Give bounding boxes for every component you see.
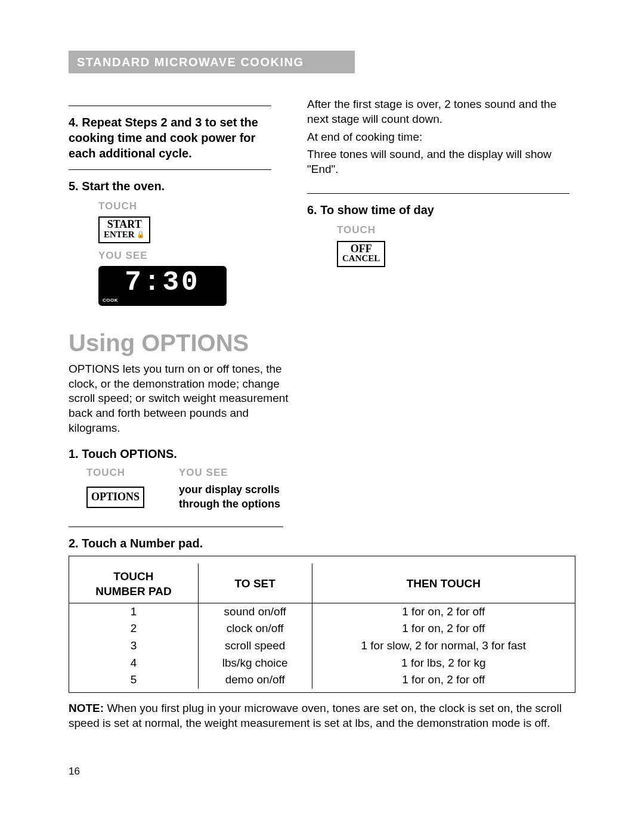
stage-over-text: After the first stage is over, 2 tones s… (307, 97, 569, 126)
cell-then-touch: 1 for on, 2 for off (312, 603, 575, 620)
enter-label: ENTER 🔒 (104, 230, 145, 240)
using-options-title: Using OPTIONS (69, 327, 575, 358)
step-1-heading: 1. Touch OPTIONS. (69, 446, 575, 462)
step-4-heading: 4. Repeat Steps 2 and 3 to set the cooki… (69, 114, 271, 161)
cancel-label: CANCEL (342, 254, 380, 264)
cell-number: 2 (69, 620, 198, 637)
cell-to-set: sound on/off (198, 603, 312, 620)
note-text: NOTE: When you first plug in your microw… (69, 701, 575, 730)
off-label: OFF (342, 243, 380, 255)
you-see-label: YOU SEE (98, 249, 271, 262)
cell-then-touch: 1 for on, 2 for off (312, 671, 575, 689)
end-tones-text: Three tones will sound, and the display … (307, 147, 569, 176)
options-table: TOUCHNUMBER PAD TO SET THEN TOUCH 1sound… (69, 556, 575, 693)
touch-label: TOUCH (86, 466, 179, 479)
cell-number: 1 (69, 603, 198, 620)
cell-to-set: scroll speed (198, 637, 312, 655)
cell-then-touch: 1 for slow, 2 for normal, 3 for fast (312, 637, 575, 655)
step-5-heading: 5. Start the oven. (69, 178, 271, 194)
cell-then-touch: 1 for lbs, 2 for kg (312, 655, 575, 672)
two-column-layout: 4. Repeat Steps 2 and 3 to set the cooki… (69, 97, 575, 306)
cell-number: 3 (69, 637, 198, 655)
divider (69, 106, 271, 106)
off-cancel-button: OFF CANCEL (337, 241, 385, 268)
table-row: 2clock on/off1 for on, 2 for off (69, 620, 575, 637)
display-time: 7:30 (104, 267, 221, 296)
you-see-column: YOU SEE your display scrolls through the… (179, 466, 322, 511)
lock-icon: 🔒 (137, 231, 145, 238)
col-then-touch: THEN TOUCH (312, 563, 575, 603)
options-button: OPTIONS (86, 487, 144, 507)
you-see-label: YOU SEE (179, 466, 322, 479)
cell-to-set: lbs/kg choice (198, 655, 312, 672)
touch-label: TOUCH (98, 200, 271, 213)
divider (69, 527, 283, 527)
divider (69, 169, 271, 170)
section-header: STANDARD MICROWAVE COOKING (69, 51, 355, 73)
display-cook-indicator: COOK (103, 298, 118, 304)
table-row: 4lbs/kg choice1 for lbs, 2 for kg (69, 655, 575, 672)
start-enter-button: START ENTER 🔒 (98, 216, 150, 243)
touch-yousee-row: TOUCH OPTIONS YOU SEE your display scrol… (86, 466, 575, 511)
start-label: START (104, 219, 145, 230)
table-row: 1sound on/off1 for on, 2 for off (69, 603, 575, 620)
cell-then-touch: 1 for on, 2 for off (312, 620, 575, 637)
options-intro: OPTIONS lets you turn on or off tones, t… (69, 362, 295, 435)
right-column: After the first stage is over, 2 tones s… (283, 97, 569, 306)
cell-to-set: clock on/off (198, 620, 312, 637)
page-number: 16 (69, 765, 575, 778)
col-to-set: TO SET (198, 563, 312, 603)
touch-column: TOUCH OPTIONS (86, 466, 179, 511)
step-6-heading: 6. To show time of day (307, 202, 569, 218)
touch-label: TOUCH (337, 224, 569, 237)
table-row: 5demo on/off1 for on, 2 for off (69, 671, 575, 689)
table-row: 3scroll speed1 for slow, 2 for normal, 3… (69, 637, 575, 655)
microwave-display: 7:30 COOK (98, 266, 227, 306)
end-cooking-label: At end of cooking time: (307, 130, 569, 145)
divider (307, 193, 569, 194)
table-header-row: TOUCHNUMBER PAD TO SET THEN TOUCH (69, 563, 575, 603)
cell-number: 4 (69, 655, 198, 672)
cell-to-set: demo on/off (198, 671, 312, 689)
col-touch-number: TOUCHNUMBER PAD (69, 563, 198, 603)
left-column: 4. Repeat Steps 2 and 3 to set the cooki… (69, 97, 283, 306)
cell-number: 5 (69, 671, 198, 689)
step-2-heading: 2. Touch a Number pad. (69, 535, 575, 551)
you-see-text: your display scrolls through the options (179, 483, 322, 511)
